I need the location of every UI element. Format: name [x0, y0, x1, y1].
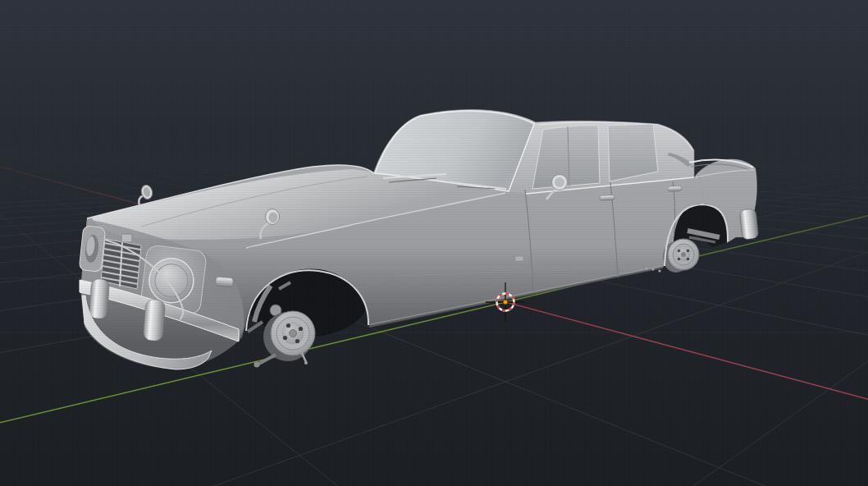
cursor-center-dot [503, 300, 508, 305]
rear-door-window [608, 124, 658, 181]
3d-viewport[interactable] [0, 0, 868, 486]
left-headlight [79, 226, 105, 273]
door-lock-detail [515, 256, 523, 261]
rear-door-handle [668, 186, 682, 192]
hood-emblem [121, 234, 132, 242]
bumper-guard-right [143, 299, 165, 342]
side-marker-lamp [216, 277, 234, 287]
front-door-handle [600, 195, 614, 201]
viewport-canvas[interactable] [0, 0, 868, 486]
rear-bumper-end [739, 209, 759, 240]
bumper-guard-left [89, 278, 109, 319]
